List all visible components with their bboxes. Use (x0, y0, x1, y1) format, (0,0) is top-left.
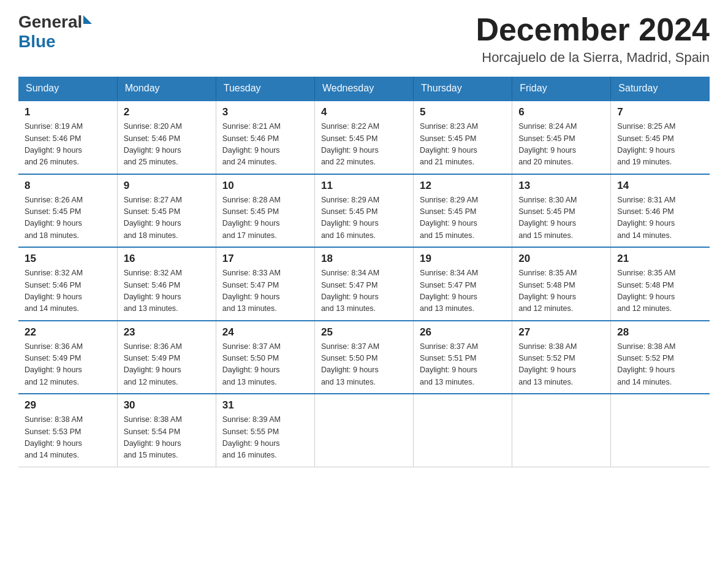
col-friday: Friday (512, 77, 611, 101)
calendar-week-row: 15 Sunrise: 8:32 AMSunset: 5:46 PMDaylig… (18, 247, 710, 321)
day-info: Sunrise: 8:23 AMSunset: 5:45 PMDaylight:… (420, 122, 478, 166)
table-row: 9 Sunrise: 8:27 AMSunset: 5:45 PMDayligh… (117, 174, 216, 248)
day-number: 4 (321, 106, 407, 118)
day-info: Sunrise: 8:30 AMSunset: 5:45 PMDaylight:… (518, 196, 577, 240)
title-area: December 2024 Horcajuelo de la Sierra, M… (476, 12, 710, 66)
day-info: Sunrise: 8:38 AMSunset: 5:54 PMDaylight:… (124, 415, 182, 459)
day-number: 16 (124, 253, 210, 265)
day-number: 6 (518, 106, 604, 118)
day-number: 29 (25, 399, 111, 412)
day-number: 1 (25, 106, 111, 118)
day-info: Sunrise: 8:25 AMSunset: 5:45 PMDaylight:… (617, 122, 675, 166)
table-row: 2 Sunrise: 8:20 AMSunset: 5:46 PMDayligh… (117, 101, 216, 174)
table-row: 27 Sunrise: 8:38 AMSunset: 5:52 PMDaylig… (512, 321, 611, 394)
day-info: Sunrise: 8:32 AMSunset: 5:46 PMDaylight:… (124, 269, 182, 313)
day-info: Sunrise: 8:35 AMSunset: 5:48 PMDaylight:… (518, 269, 577, 313)
day-number: 10 (222, 180, 308, 192)
day-number: 20 (518, 253, 604, 265)
table-row: 29 Sunrise: 8:38 AMSunset: 5:53 PMDaylig… (18, 394, 117, 467)
table-row (611, 394, 710, 467)
table-row: 25 Sunrise: 8:37 AMSunset: 5:50 PMDaylig… (314, 321, 413, 394)
day-number: 21 (617, 253, 703, 265)
table-row: 7 Sunrise: 8:25 AMSunset: 5:45 PMDayligh… (611, 101, 710, 174)
table-row: 22 Sunrise: 8:36 AMSunset: 5:49 PMDaylig… (18, 321, 117, 394)
calendar-week-row: 29 Sunrise: 8:38 AMSunset: 5:53 PMDaylig… (18, 394, 710, 467)
day-info: Sunrise: 8:34 AMSunset: 5:47 PMDaylight:… (321, 269, 379, 313)
day-number: 12 (420, 180, 506, 192)
table-row: 11 Sunrise: 8:29 AMSunset: 5:45 PMDaylig… (314, 174, 413, 248)
day-number: 9 (124, 180, 210, 192)
day-number: 13 (518, 180, 604, 192)
day-number: 30 (124, 399, 210, 412)
month-title: December 2024 (476, 12, 710, 47)
day-info: Sunrise: 8:28 AMSunset: 5:45 PMDaylight:… (222, 196, 281, 240)
day-info: Sunrise: 8:31 AMSunset: 5:46 PMDaylight:… (617, 196, 675, 240)
table-row: 5 Sunrise: 8:23 AMSunset: 5:45 PMDayligh… (414, 101, 512, 174)
day-number: 15 (25, 253, 111, 265)
day-number: 18 (321, 253, 407, 265)
day-info: Sunrise: 8:27 AMSunset: 5:45 PMDaylight:… (124, 196, 182, 240)
day-info: Sunrise: 8:33 AMSunset: 5:47 PMDaylight:… (222, 269, 281, 313)
calendar-table: Sunday Monday Tuesday Wednesday Thursday… (18, 77, 710, 467)
table-row: 24 Sunrise: 8:37 AMSunset: 5:50 PMDaylig… (216, 321, 314, 394)
day-info: Sunrise: 8:37 AMSunset: 5:50 PMDaylight:… (222, 342, 281, 386)
day-info: Sunrise: 8:37 AMSunset: 5:51 PMDaylight:… (420, 342, 478, 386)
table-row: 10 Sunrise: 8:28 AMSunset: 5:45 PMDaylig… (216, 174, 314, 248)
table-row: 26 Sunrise: 8:37 AMSunset: 5:51 PMDaylig… (414, 321, 512, 394)
col-saturday: Saturday (611, 77, 710, 101)
day-info: Sunrise: 8:20 AMSunset: 5:46 PMDaylight:… (124, 122, 182, 166)
day-info: Sunrise: 8:29 AMSunset: 5:45 PMDaylight:… (321, 196, 379, 240)
day-number: 11 (321, 180, 407, 192)
logo: General Blue (18, 12, 92, 52)
table-row: 6 Sunrise: 8:24 AMSunset: 5:45 PMDayligh… (512, 101, 611, 174)
day-info: Sunrise: 8:29 AMSunset: 5:45 PMDaylight:… (420, 196, 478, 240)
table-row: 21 Sunrise: 8:35 AMSunset: 5:48 PMDaylig… (611, 247, 710, 321)
table-row: 28 Sunrise: 8:38 AMSunset: 5:52 PMDaylig… (611, 321, 710, 394)
table-row: 4 Sunrise: 8:22 AMSunset: 5:45 PMDayligh… (314, 101, 413, 174)
day-number: 7 (617, 106, 703, 118)
table-row: 16 Sunrise: 8:32 AMSunset: 5:46 PMDaylig… (117, 247, 216, 321)
day-number: 23 (124, 326, 210, 339)
table-row: 17 Sunrise: 8:33 AMSunset: 5:47 PMDaylig… (216, 247, 314, 321)
table-row: 20 Sunrise: 8:35 AMSunset: 5:48 PMDaylig… (512, 247, 611, 321)
day-number: 8 (25, 180, 111, 192)
day-number: 19 (420, 253, 506, 265)
calendar-header-row: Sunday Monday Tuesday Wednesday Thursday… (18, 77, 710, 101)
day-info: Sunrise: 8:26 AMSunset: 5:45 PMDaylight:… (25, 196, 83, 240)
day-number: 31 (222, 399, 308, 412)
day-info: Sunrise: 8:39 AMSunset: 5:55 PMDaylight:… (222, 415, 281, 459)
day-info: Sunrise: 8:22 AMSunset: 5:45 PMDaylight:… (321, 122, 379, 166)
table-row: 23 Sunrise: 8:36 AMSunset: 5:49 PMDaylig… (117, 321, 216, 394)
day-info: Sunrise: 8:21 AMSunset: 5:46 PMDaylight:… (222, 122, 281, 166)
col-monday: Monday (117, 77, 216, 101)
table-row (512, 394, 611, 467)
logo-arrow-icon (83, 15, 92, 24)
table-row: 19 Sunrise: 8:34 AMSunset: 5:47 PMDaylig… (414, 247, 512, 321)
day-number: 14 (617, 180, 703, 192)
day-number: 26 (420, 326, 506, 339)
day-info: Sunrise: 8:36 AMSunset: 5:49 PMDaylight:… (124, 342, 182, 386)
location-subtitle: Horcajuelo de la Sierra, Madrid, Spain (476, 50, 710, 66)
table-row: 18 Sunrise: 8:34 AMSunset: 5:47 PMDaylig… (314, 247, 413, 321)
logo-blue-text: Blue (18, 32, 56, 52)
calendar-week-row: 22 Sunrise: 8:36 AMSunset: 5:49 PMDaylig… (18, 321, 710, 394)
table-row: 12 Sunrise: 8:29 AMSunset: 5:45 PMDaylig… (414, 174, 512, 248)
logo-general-text: General (18, 12, 82, 32)
page-header: General Blue December 2024 Horcajuelo de… (18, 12, 710, 66)
day-info: Sunrise: 8:38 AMSunset: 5:52 PMDaylight:… (617, 342, 675, 386)
table-row: 14 Sunrise: 8:31 AMSunset: 5:46 PMDaylig… (611, 174, 710, 248)
day-number: 5 (420, 106, 506, 118)
day-info: Sunrise: 8:36 AMSunset: 5:49 PMDaylight:… (25, 342, 83, 386)
table-row: 15 Sunrise: 8:32 AMSunset: 5:46 PMDaylig… (18, 247, 117, 321)
day-number: 28 (617, 326, 703, 339)
day-number: 17 (222, 253, 308, 265)
day-info: Sunrise: 8:19 AMSunset: 5:46 PMDaylight:… (25, 122, 83, 166)
day-number: 22 (25, 326, 111, 339)
table-row (414, 394, 512, 467)
table-row (314, 394, 413, 467)
day-info: Sunrise: 8:38 AMSunset: 5:52 PMDaylight:… (518, 342, 577, 386)
day-info: Sunrise: 8:34 AMSunset: 5:47 PMDaylight:… (420, 269, 478, 313)
day-number: 24 (222, 326, 308, 339)
day-info: Sunrise: 8:24 AMSunset: 5:45 PMDaylight:… (518, 122, 577, 166)
calendar-week-row: 1 Sunrise: 8:19 AMSunset: 5:46 PMDayligh… (18, 101, 710, 174)
